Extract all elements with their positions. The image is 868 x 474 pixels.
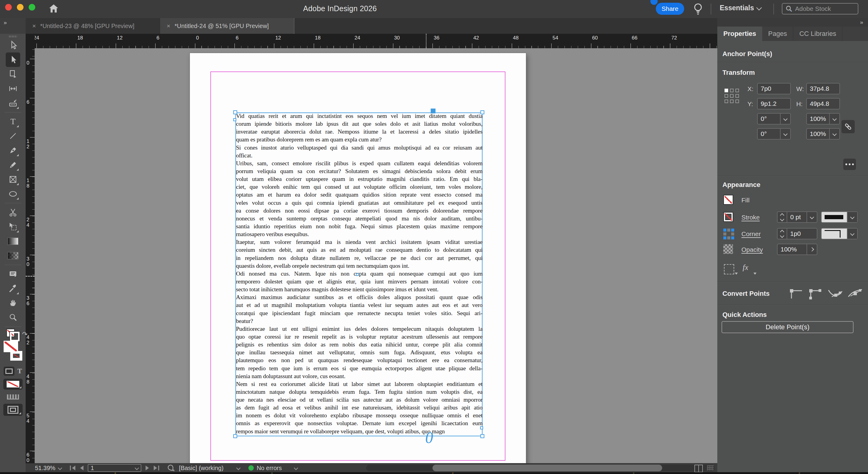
next-page-button[interactable] — [146, 466, 149, 470]
hand-tool[interactable] — [6, 296, 20, 310]
direct-selection-tool[interactable] — [6, 53, 20, 67]
document-tab[interactable]: ×*Untitled-23 @ 48% [GPU Preview] — [26, 18, 160, 34]
delete-points-button[interactable]: Delete Point(s) — [721, 321, 854, 333]
pencil-tool[interactable] — [6, 158, 20, 172]
selection-tool[interactable] — [6, 38, 20, 53]
frame-handle-top-left[interactable] — [233, 110, 237, 114]
frame-handle-bottom-left[interactable] — [233, 434, 237, 438]
swap-fill-stroke-icon[interactable]: ↶ — [22, 330, 27, 338]
corner-label[interactable]: Corner — [741, 230, 761, 238]
preflight-icon[interactable] — [167, 464, 175, 472]
preflight-profile-dropdown[interactable]: [Basic] (working) — [179, 465, 240, 472]
opacity-field[interactable]: 100% — [777, 244, 817, 255]
anchored-object-marker[interactable] — [356, 273, 359, 276]
panel-tab-properties[interactable]: Properties — [717, 27, 762, 41]
convert-to-corner-point-button[interactable] — [788, 288, 804, 300]
opacity-label[interactable]: Opacity — [741, 246, 763, 253]
scale-x-field[interactable]: 100% — [806, 113, 840, 124]
gap-tool[interactable] — [6, 81, 20, 96]
first-page-button[interactable] — [70, 466, 75, 470]
free-transform-tool[interactable] — [6, 219, 20, 234]
text-out-port[interactable] — [480, 426, 483, 429]
text-frame-content[interactable]: Vid quatias rerit et arum qui inctatisti… — [236, 113, 483, 436]
mini-stroke-swatch[interactable] — [10, 332, 20, 341]
toolbar-drag-handle[interactable] — [9, 36, 17, 37]
stroke-type-dropdown[interactable] — [821, 211, 858, 223]
page-tool[interactable] — [6, 67, 20, 81]
fill-stroke-mini-swatches[interactable]: ↶ — [6, 329, 20, 339]
stroke-label[interactable]: Stroke — [741, 214, 760, 221]
apply-color-button[interactable] — [3, 379, 23, 390]
selected-anchor-point[interactable] — [431, 109, 435, 113]
preflight-errors-dropdown[interactable]: No errors — [257, 465, 298, 472]
rotation-field[interactable]: 0° — [757, 113, 791, 124]
zoom-window-button[interactable] — [29, 4, 35, 10]
split-window-icon[interactable] — [694, 465, 703, 473]
ruler-origin-corner[interactable] — [26, 34, 35, 49]
page-number-field[interactable]: 1 — [88, 464, 141, 472]
panel-tab-pages[interactable]: Pages — [762, 27, 793, 41]
panel-tab-cc-libraries[interactable]: CC Libraries — [793, 27, 842, 41]
stroke-color-swatch[interactable] — [723, 212, 733, 222]
workspace-switcher[interactable]: Essentials — [720, 4, 761, 12]
transform-more-options-button[interactable] — [843, 158, 856, 170]
document-tab[interactable]: ×*Untitled-24 @ 51% [GPU Preview] — [160, 18, 294, 34]
formatting-affects-text-button[interactable]: T — [18, 367, 22, 375]
line-tool[interactable] — [6, 129, 20, 143]
stroke-weight-field[interactable]: 0 pt — [777, 211, 817, 223]
rectangle-frame-tool[interactable] — [6, 172, 20, 187]
fill-swatch[interactable] — [4, 341, 18, 352]
panel-collapse-chevrons-icon[interactable]: » — [0, 18, 26, 34]
corner-style-dropdown[interactable] — [821, 228, 858, 239]
text-in-port[interactable] — [233, 118, 236, 121]
scissors-tool[interactable] — [6, 205, 20, 219]
screen-mode-button[interactable] — [3, 404, 23, 416]
zoom-level-dropdown[interactable]: 51.39% — [35, 465, 61, 472]
last-page-button[interactable] — [154, 466, 159, 470]
frame-handle-top-right[interactable] — [480, 110, 484, 114]
scale-y-field[interactable]: 100% — [806, 128, 840, 140]
horizontal-ruler[interactable]: 2418126061218243036424854606672 — [35, 34, 717, 49]
vertical-ruler[interactable]: 06121824303642485460 — [26, 48, 35, 463]
width-field[interactable]: 37p4.8 — [806, 83, 840, 94]
height-field[interactable]: 49p4.8 — [806, 98, 840, 110]
content-collector-tool[interactable] — [6, 96, 20, 110]
horizontal-scrollbar[interactable] — [366, 465, 715, 471]
note-tool[interactable] — [6, 267, 20, 281]
effects-fx-button[interactable]: fx — [743, 263, 748, 272]
fill-color-swatch[interactable] — [723, 195, 733, 205]
minimize-window-button[interactable] — [17, 4, 24, 10]
adobe-stock-search-input[interactable]: Adobe Stock — [782, 3, 858, 14]
lightbulb-icon[interactable] — [692, 2, 704, 16]
close-tab-icon[interactable]: × — [167, 22, 170, 30]
y-position-field[interactable]: 9p1.2 — [757, 98, 791, 110]
document-canvas[interactable]: Vid quatias rerit et arum qui inctatisti… — [35, 48, 717, 463]
apply-gradient-icon[interactable] — [7, 394, 19, 399]
constrain-scale-link-button[interactable] — [841, 120, 855, 133]
pen-tool[interactable] — [6, 143, 20, 158]
type-tool[interactable]: T — [6, 114, 20, 129]
close-window-button[interactable] — [5, 4, 12, 10]
eyedropper-tool[interactable] — [6, 281, 20, 296]
ellipse-tool[interactable] — [6, 187, 20, 201]
share-button[interactable]: Share — [656, 3, 684, 15]
collapse-panels-icon[interactable]: » — [860, 19, 863, 26]
frame-handle-bottom-right[interactable] — [480, 434, 484, 438]
gradient-swatch-tool[interactable] — [6, 234, 20, 248]
previous-page-button[interactable] — [80, 466, 84, 470]
close-tab-icon[interactable]: × — [32, 22, 36, 30]
reference-point-selector[interactable] — [724, 89, 739, 103]
gradient-feather-tool[interactable] — [6, 248, 20, 263]
zoom-tool[interactable] — [6, 310, 20, 325]
home-icon[interactable] — [48, 3, 59, 14]
corner-radius-field[interactable]: 1p0 — [777, 228, 817, 239]
horizontal-scrollbar-thumb[interactable] — [433, 465, 662, 471]
shear-field[interactable]: 0° — [757, 128, 791, 140]
stroke-swatch[interactable] — [10, 351, 22, 361]
convert-to-smooth-point-button[interactable] — [828, 288, 843, 300]
x-position-field[interactable]: 7p0 — [757, 83, 791, 94]
formatting-affects-container-button[interactable] — [4, 367, 14, 376]
convert-to-symmetric-point-button[interactable] — [847, 288, 863, 300]
convert-to-corner-with-handles-button[interactable] — [808, 288, 823, 300]
mask-options-icon[interactable] — [724, 264, 734, 274]
